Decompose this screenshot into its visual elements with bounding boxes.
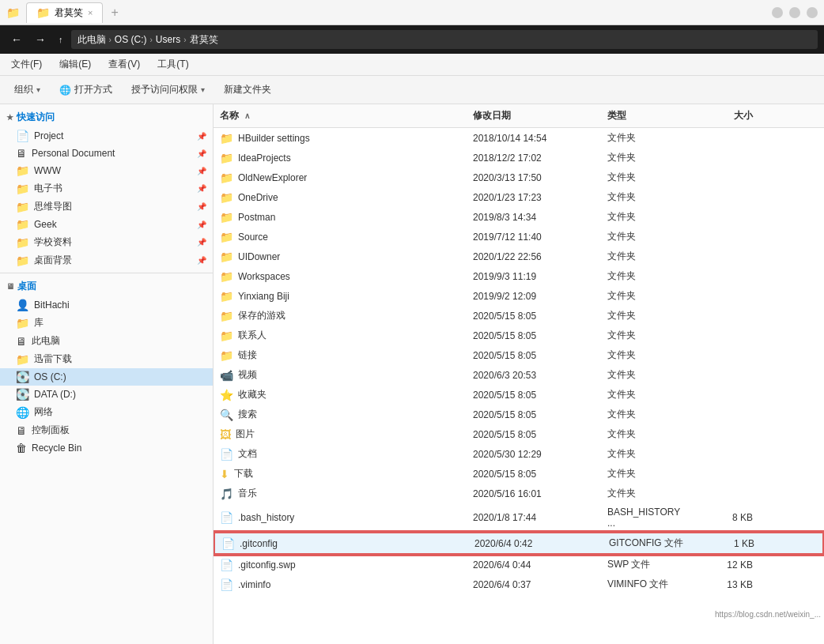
file-row[interactable]: 📄 .gitconfig.swp 2020/6/4 0:44 SWP 文件 12… — [214, 555, 824, 574]
menu-bar: 文件(F) 编辑(E) 查看(V) 工具(T) — [0, 54, 824, 76]
file-name-col: ⭐ 收藏夹 — [214, 386, 467, 403]
file-row[interactable]: 📄 文档 2020/5/30 12:29 文件夹 — [214, 444, 824, 464]
col-header-name[interactable]: 名称 ∧ — [214, 107, 467, 124]
col-header-type[interactable]: 类型 — [601, 107, 696, 124]
file-name-col: 📁 HBuilder settings — [214, 130, 467, 146]
sidebar-item-school[interactable]: 📁 学校资料 📌 — [0, 233, 213, 251]
sidebar-item-project[interactable]: 📄 Project 📌 — [0, 127, 213, 145]
file-row[interactable]: 📁 IdeaProjects 2018/12/2 17:02 文件夹 — [214, 148, 824, 168]
sidebar-item-osc[interactable]: 💽 OS (C:) — [0, 368, 213, 386]
pin-icon-5: 📌 — [197, 202, 206, 211]
file-icon: 📁 — [220, 211, 233, 224]
file-type-col: 文件夹 — [601, 327, 696, 344]
file-size-col — [696, 354, 759, 357]
access-button[interactable]: 授予访问问权限 ▾ — [123, 80, 213, 100]
tab-close-btn[interactable]: × — [88, 8, 93, 17]
minimize-button[interactable] — [772, 7, 783, 18]
sidebar-item-mindmap[interactable]: 📁 思维导图 📌 — [0, 198, 213, 216]
col-header-size[interactable]: 大小 — [696, 107, 759, 124]
file-row[interactable]: 📁 OldNewExplorer 2020/3/13 17:50 文件夹 — [214, 168, 824, 187]
file-type-col: SWP 文件 — [601, 556, 696, 573]
sidebar-item-recyclebin[interactable]: 🗑 Recycle Bin — [0, 439, 213, 457]
file-row[interactable]: 📄 .bash_history 2020/1/8 17:44 BASH_HIST… — [214, 503, 824, 532]
col-header-date[interactable]: 修改日期 — [467, 107, 601, 124]
file-name-col: 📄 .gitconfig.swp — [214, 557, 467, 573]
sidebar-item-xunlei[interactable]: 📁 迅雷下载 — [0, 350, 213, 368]
file-row[interactable]: 📁 Workspaces 2019/9/3 11:19 文件夹 — [214, 266, 824, 286]
file-name-label: 文档 — [238, 447, 257, 461]
desktop-header[interactable]: 🖥 桌面 — [0, 277, 213, 296]
sidebar-item-datad[interactable]: 💽 DATA (D:) — [0, 386, 213, 403]
file-row[interactable]: 📁 Postman 2019/8/3 14:34 文件夹 — [214, 207, 824, 227]
file-name-col: 📁 保存的游戏 — [214, 307, 467, 324]
file-size-col — [696, 137, 759, 140]
file-row[interactable]: 📄 .gitconfig 2020/6/4 0:42 GITCONFIG 文件 … — [214, 532, 824, 555]
file-row[interactable]: 📄 .viminfo 2020/6/4 0:37 VIMINFO 文件 13 K… — [214, 574, 824, 594]
sidebar-item-thispc[interactable]: 🖥 此电脑 — [0, 332, 213, 350]
file-name-label: .viminfo — [238, 579, 270, 590]
file-row[interactable]: 📁 UIDowner 2020/1/22 22:56 文件夹 — [214, 247, 824, 266]
file-row[interactable]: 🎵 音乐 2020/5/16 16:01 文件夹 — [214, 484, 824, 503]
path-username[interactable]: 君莫笑 — [190, 33, 218, 47]
active-tab[interactable]: 📁 君莫笑 × — [26, 2, 103, 23]
address-path[interactable]: 此电脑 › OS (C:) › Users › 君莫笑 — [71, 30, 818, 49]
menu-tools[interactable]: 工具(T) — [149, 55, 196, 74]
file-type-col: 文件夹 — [601, 268, 696, 284]
sidebar-item-geek[interactable]: 📁 Geek 📌 — [0, 216, 213, 233]
ebook-icon: 📁 — [16, 183, 29, 195]
new-tab-button[interactable]: + — [106, 6, 123, 20]
file-row[interactable]: 📁 OneDrive 2020/1/23 17:23 文件夹 — [214, 187, 824, 207]
sidebar-item-desktop-bg[interactable]: 📁 桌面背景 📌 — [0, 251, 213, 269]
file-row[interactable]: 📁 链接 2020/5/15 8:05 文件夹 — [214, 345, 824, 365]
sidebar-item-controlpanel[interactable]: 🖥 控制面板 — [0, 421, 213, 439]
open-mode-button[interactable]: 🌐 打开方式 — [51, 80, 120, 100]
osc-icon: 💽 — [16, 371, 29, 383]
file-row[interactable]: 📁 HBuilder settings 2018/10/14 14:54 文件夹 — [214, 128, 824, 148]
forward-button[interactable]: → — [30, 32, 51, 47]
file-icon: 📁 — [220, 231, 233, 243]
menu-view[interactable]: 查看(V) — [100, 55, 148, 74]
quick-access-header[interactable]: ★ 快速访问 — [0, 107, 213, 127]
file-type-col: 文件夹 — [601, 426, 696, 443]
geek-icon: 📁 — [16, 218, 29, 231]
menu-file[interactable]: 文件(F) — [3, 55, 50, 74]
sidebar-item-bithachi[interactable]: 👤 BitHachi — [0, 296, 213, 314]
menu-edit[interactable]: 编辑(E) — [51, 55, 99, 74]
sidebar-item-network[interactable]: 🌐 网络 — [0, 403, 213, 421]
maximize-button[interactable] — [789, 7, 800, 18]
file-row[interactable]: 📁 保存的游戏 2020/5/15 8:05 文件夹 — [214, 306, 824, 326]
back-button[interactable]: ← — [6, 32, 27, 47]
path-thispc[interactable]: 此电脑 — [77, 33, 106, 47]
open-mode-icon: 🌐 — [59, 85, 71, 96]
file-icon: 📁 — [220, 330, 233, 342]
path-arrow-1: › — [109, 36, 112, 44]
up-button[interactable]: ↑ — [54, 33, 68, 46]
file-name-label: HBuilder settings — [238, 133, 310, 144]
sidebar-item-www[interactable]: 📁 WWW 📌 — [0, 162, 213, 179]
file-row[interactable]: 🔍 搜索 2020/5/15 8:05 文件夹 — [214, 405, 824, 424]
file-row[interactable]: 📁 Source 2019/7/12 11:40 文件夹 — [214, 227, 824, 247]
sidebar-item-ebook[interactable]: 📁 电子书 📌 — [0, 179, 213, 198]
new-folder-button[interactable]: 新建文件夹 — [216, 80, 279, 100]
pin-icon-7: 📌 — [197, 238, 206, 247]
file-row[interactable]: 📹 视频 2020/6/3 20:53 文件夹 — [214, 365, 824, 385]
path-osc[interactable]: OS (C:) — [115, 34, 147, 45]
tab-area: 📁 君莫笑 × + — [26, 2, 123, 23]
organize-button[interactable]: 组织 ▾ — [6, 80, 48, 100]
file-date-col: 2020/5/15 8:05 — [467, 309, 601, 323]
sidebar-item-label-network: 网络 — [34, 405, 53, 419]
file-name-col: 📄 .viminfo — [214, 577, 467, 593]
file-row[interactable]: ⬇ 下载 2020/5/15 8:05 文件夹 — [214, 464, 824, 484]
file-row[interactable]: 📁 Yinxiang Biji 2019/9/2 12:09 文件夹 — [214, 286, 824, 306]
file-row[interactable]: 🖼 图片 2020/5/15 8:05 文件夹 — [214, 424, 824, 444]
sidebar-item-ku[interactable]: 📁 库 — [0, 314, 213, 332]
file-row[interactable]: 📁 联系人 2020/5/15 8:05 文件夹 — [214, 326, 824, 345]
file-row[interactable]: ⭐ 收藏夹 2020/5/15 8:05 文件夹 — [214, 385, 824, 405]
www-icon: 📁 — [16, 164, 29, 177]
path-users[interactable]: Users — [156, 34, 180, 45]
file-name-col: 🎵 音乐 — [214, 485, 467, 502]
close-button[interactable] — [807, 7, 818, 18]
sidebar-item-personal-doc[interactable]: 🖥 Personal Document 📌 — [0, 145, 213, 162]
file-type-col: GITCONFIG 文件 — [603, 535, 697, 552]
xunlei-icon: 📁 — [16, 353, 29, 366]
